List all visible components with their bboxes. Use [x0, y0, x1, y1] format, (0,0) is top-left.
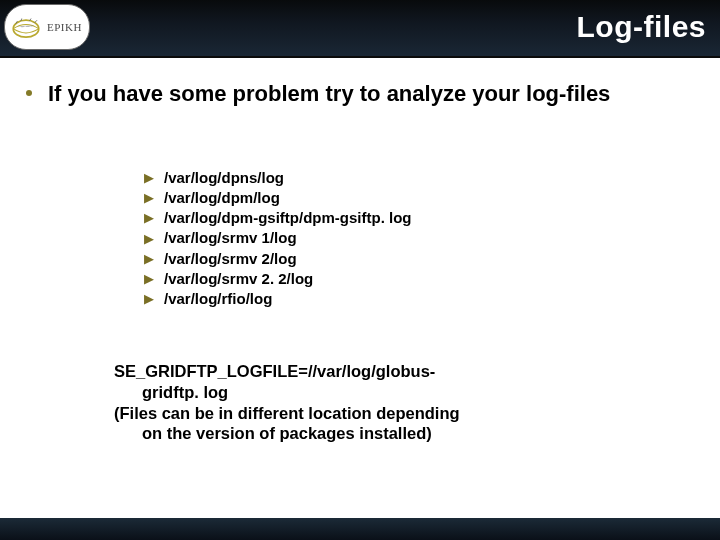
arrow-icon: ▶: [144, 290, 154, 308]
list-item: ▶ /var/log/srmv 2/log: [144, 249, 694, 269]
path-text: /var/log/srmv 1/log: [164, 228, 297, 248]
path-text: /var/log/srmv 2. 2/log: [164, 269, 313, 289]
lead-row: If you have some problem try to analyze …: [26, 80, 694, 108]
note-line: gridftp. log: [114, 382, 534, 403]
arrow-icon: ▶: [144, 270, 154, 288]
path-text: /var/log/rfio/log: [164, 289, 272, 309]
note-line: (Files can be in different location depe…: [114, 404, 460, 422]
list-item: ▶ /var/log/srmv 1/log: [144, 228, 694, 248]
globe-icon: [9, 13, 43, 41]
header-banner: EPIKH Log-files: [0, 0, 720, 58]
list-item: ▶ /var/log/srmv 2. 2/log: [144, 269, 694, 289]
list-item: ▶ /var/log/dpm-gsiftp/dpm-gsiftp. log: [144, 208, 694, 228]
path-text: /var/log/dpns/log: [164, 168, 284, 188]
arrow-icon: ▶: [144, 250, 154, 268]
logo-text: EPIKH: [47, 21, 82, 33]
footer-note: SE_GRIDFTP_LOGFILE=//var/log/globus- gri…: [114, 361, 534, 444]
arrow-icon: ▶: [144, 169, 154, 187]
path-text: /var/log/dpm/log: [164, 188, 280, 208]
note-line: on the version of packages installed): [114, 423, 534, 444]
arrow-icon: ▶: [144, 230, 154, 248]
path-text: /var/log/srmv 2/log: [164, 249, 297, 269]
note-line: SE_GRIDFTP_LOGFILE=//var/log/globus-: [114, 362, 435, 380]
arrow-icon: ▶: [144, 189, 154, 207]
arrow-icon: ▶: [144, 209, 154, 227]
slide-body: If you have some problem try to analyze …: [0, 58, 720, 444]
page-title: Log-files: [577, 10, 707, 44]
logo: EPIKH: [4, 4, 90, 50]
bottom-strip: [0, 518, 720, 540]
path-text: /var/log/dpm-gsiftp/dpm-gsiftp. log: [164, 208, 411, 228]
list-item: ▶ /var/log/dpns/log: [144, 168, 694, 188]
list-item: ▶ /var/log/dpm/log: [144, 188, 694, 208]
slide: EPIKH Log-files If you have some problem…: [0, 0, 720, 540]
log-paths-list: ▶ /var/log/dpns/log ▶ /var/log/dpm/log ▶…: [144, 168, 694, 310]
bullet-icon: [26, 90, 32, 96]
list-item: ▶ /var/log/rfio/log: [144, 289, 694, 309]
lead-text: If you have some problem try to analyze …: [48, 80, 610, 108]
